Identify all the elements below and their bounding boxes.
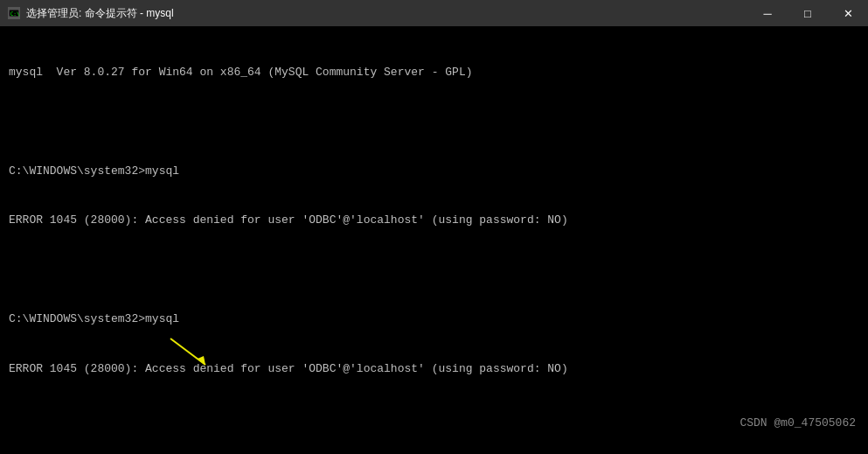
- line-8: [9, 410, 859, 427]
- svg-text:C:\: C:\: [10, 10, 20, 17]
- terminal-window: C:\ 选择管理员: 命令提示符 - mysql ─ □ ✕ mysql Ver…: [0, 0, 868, 454]
- line-7: ERROR 1045 (28000): Access denied for us…: [9, 361, 859, 378]
- titlebar: C:\ 选择管理员: 命令提示符 - mysql ─ □ ✕: [0, 0, 868, 26]
- watermark: CSDN @m0_47505062: [740, 416, 856, 430]
- titlebar-title: 选择管理员: 命令提示符 - mysql: [26, 6, 174, 21]
- minimize-button[interactable]: ─: [747, 0, 788, 26]
- titlebar-left: C:\ 选择管理员: 命令提示符 - mysql: [7, 6, 174, 21]
- line-3: C:\WINDOWS\system32>mysql: [9, 164, 859, 180]
- line-4: ERROR 1045 (28000): Access denied for us…: [9, 213, 859, 229]
- line-2: [9, 114, 859, 130]
- maximize-button[interactable]: □: [788, 0, 828, 26]
- terminal-icon: C:\: [7, 6, 21, 20]
- line-1: mysql Ver 8.0.27 for Win64 on x86_64 (My…: [9, 65, 859, 81]
- titlebar-controls: ─ □ ✕: [747, 0, 868, 26]
- line-5: [9, 262, 859, 279]
- close-button[interactable]: ✕: [828, 0, 868, 26]
- line-6: C:\WINDOWS\system32>mysql: [9, 311, 859, 328]
- terminal-body[interactable]: mysql Ver 8.0.27 for Win64 on x86_64 (My…: [0, 26, 868, 454]
- terminal-output: mysql Ver 8.0.27 for Win64 on x86_64 (My…: [9, 31, 859, 454]
